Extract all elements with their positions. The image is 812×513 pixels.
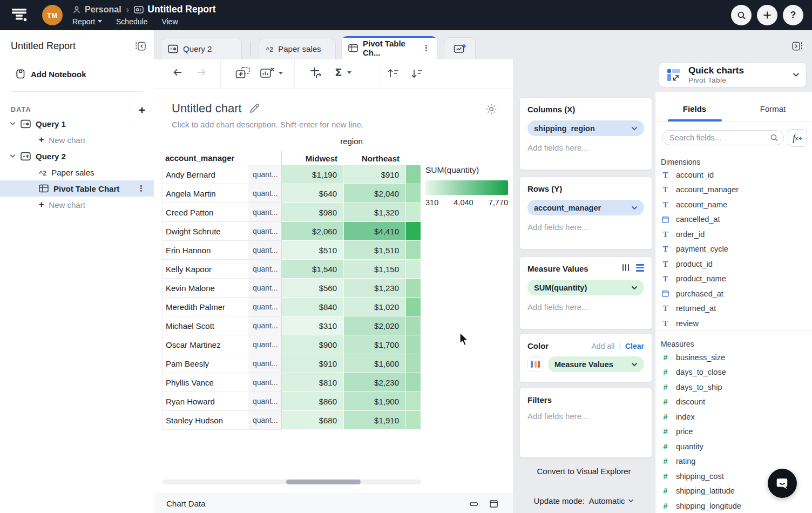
field-item-returned_at[interactable]: Treturned_at: [661, 301, 807, 316]
convert-to-visual-explorer-link[interactable]: Convert to Visual Explorer: [513, 467, 655, 476]
pivot-cell-clipped: [406, 354, 421, 373]
pivot-cell: $2,040: [344, 184, 406, 203]
help-button[interactable]: ?: [783, 5, 803, 25]
text-type-icon: T: [661, 231, 670, 239]
add-fields-placeholder[interactable]: Add fields here...: [527, 411, 644, 421]
add-notebook-button[interactable]: Add Notebook: [0, 66, 154, 82]
field-item-index[interactable]: #index: [661, 409, 807, 424]
field-item-payment_cycle[interactable]: Tpayment_cycle: [661, 242, 807, 257]
pivot-row-label: Meredith Palmer: [162, 298, 248, 316]
sort-descending-button[interactable]: [410, 67, 424, 80]
sidebar-item-label: New chart: [49, 200, 85, 210]
collapse-sidebar-right-icon[interactable]: [790, 39, 804, 53]
update-mode-dropdown[interactable]: Automatic: [589, 496, 634, 505]
tab-paper-sales[interactable]: ^2Paper sales: [259, 38, 336, 59]
tab-label: Paper sales: [278, 44, 321, 53]
search-fields-input[interactable]: [662, 130, 784, 145]
add-button[interactable]: [757, 5, 777, 25]
tab-query-2[interactable]: Query 2: [161, 38, 242, 59]
pivot-cell-clipped: [406, 298, 421, 316]
field-item-account_id[interactable]: Taccount_id: [661, 167, 807, 183]
sidebar-item-new-chart[interactable]: +New chart: [0, 197, 154, 213]
field-item-review[interactable]: Treview: [661, 316, 807, 331]
sidebar-item-query-1[interactable]: Query 1: [0, 116, 154, 132]
sidebar-item-query-2[interactable]: Query 2: [0, 148, 154, 164]
field-item-purchased_at[interactable]: purchased_at: [661, 286, 807, 301]
chevron-down-icon: [347, 71, 351, 74]
add-fields-placeholder[interactable]: Add fields here...: [527, 222, 644, 232]
collapse-sidebar-left-icon[interactable]: [133, 39, 147, 53]
edit-pencil-icon[interactable]: [249, 103, 260, 114]
columns-x-well: Columns (X) shipping_region Add fields h…: [519, 97, 652, 170]
horizontal-scrollbar-track[interactable]: [162, 480, 421, 484]
add-data-button[interactable]: +: [139, 104, 145, 116]
aggregate-button[interactable]: Σ: [335, 66, 351, 79]
menu-report[interactable]: Report: [72, 17, 102, 26]
menu-schedule[interactable]: Schedule: [116, 17, 147, 26]
chart-title[interactable]: Untitled chart: [172, 102, 242, 116]
field-item-days_to_close[interactable]: #days_to_close: [661, 365, 807, 380]
breadcrumb-report-title[interactable]: Untitled Report: [147, 4, 215, 15]
field-item-discount[interactable]: #discount: [661, 395, 807, 410]
quick-charts-selector[interactable]: Quick charts Pivot Table: [659, 62, 807, 87]
clear-link[interactable]: Clear: [625, 342, 644, 350]
pivot-measure-label: quant...: [248, 392, 282, 411]
tab-pivot-table-ch-[interactable]: Pivot Table Ch...⋮: [341, 36, 437, 59]
kebab-menu-icon[interactable]: ⋮: [137, 184, 145, 193]
chat-support-button[interactable]: [768, 469, 797, 498]
color-palette-icon[interactable]: [527, 356, 543, 372]
sidebar-item-new-chart[interactable]: +New chart: [0, 132, 154, 148]
redo-button[interactable]: [195, 66, 207, 78]
update-mode-control[interactable]: Update mode: Automatic: [513, 496, 655, 505]
color-pill-measure-values[interactable]: Measure Values: [548, 356, 644, 372]
field-item-price[interactable]: #price: [661, 424, 807, 440]
add-fields-placeholder[interactable]: Add fields here...: [527, 143, 644, 152]
field-item-product_name[interactable]: Tproduct_name: [661, 272, 807, 287]
field-item-label: days_to_close: [676, 368, 726, 376]
sidebar-item-pivot-table-chart[interactable]: Pivot Table Chart⋮: [0, 180, 154, 197]
trevor-logo-icon[interactable]: [9, 5, 30, 25]
field-item-product_id[interactable]: Tproduct_id: [661, 256, 807, 272]
horizontal-scrollbar-thumb[interactable]: [286, 480, 361, 484]
field-item-days_to_ship[interactable]: #days_to_ship: [661, 380, 807, 395]
field-item-rating[interactable]: #rating: [661, 454, 807, 469]
field-item-order_id[interactable]: Torder_id: [661, 227, 807, 242]
breadcrumb-workspace[interactable]: Personal: [85, 5, 121, 15]
undo-button[interactable]: [172, 66, 184, 78]
column-layout-icon[interactable]: [622, 264, 630, 271]
field-item-account_manager[interactable]: Taccount_manager: [661, 183, 807, 198]
sidebar-item-paper-sales[interactable]: ^2Paper sales: [0, 164, 154, 180]
tab-fields[interactable]: Fields: [655, 100, 734, 121]
field-pill-sum-quantity[interactable]: SUM(quantity): [527, 280, 644, 295]
add-formula-button[interactable]: fx+: [788, 129, 807, 147]
maximize-panel-icon[interactable]: [490, 500, 498, 508]
field-pill-account-manager[interactable]: account_manager: [527, 200, 644, 215]
transpose-button[interactable]: [309, 66, 323, 81]
remove-chart-button[interactable]: [260, 66, 283, 80]
pivot-cell: $560: [282, 279, 344, 298]
minimize-panel-icon[interactable]: [470, 500, 478, 508]
kebab-menu-icon[interactable]: ⋮: [422, 43, 430, 53]
tab-format[interactable]: Format: [734, 100, 812, 121]
field-item-account_name[interactable]: Taccount_name: [661, 197, 807, 212]
add-fields-placeholder[interactable]: Add fields here...: [527, 302, 644, 312]
sort-ascending-button[interactable]: [386, 67, 400, 80]
field-item-quantity[interactable]: #quantity: [661, 439, 807, 454]
text-type-icon: T: [661, 260, 670, 268]
chart-data-bar[interactable]: Chart Data: [154, 494, 513, 513]
pivot-cell: $1,510: [344, 241, 406, 260]
row-layout-icon[interactable]: [636, 264, 644, 272]
new-chart-tab-button[interactable]: [444, 37, 476, 59]
field-item-business_size[interactable]: #business_size: [661, 350, 807, 365]
chart-description-placeholder[interactable]: Click to add chart description. Shift-en…: [172, 120, 363, 129]
field-item-shipping_longitude[interactable]: #shipping_longitude: [661, 498, 807, 513]
field-item-cancelled_at[interactable]: cancelled_at: [661, 212, 807, 227]
add-to-dashboard-button[interactable]: [235, 66, 251, 80]
field-pill-shipping-region[interactable]: shipping_region: [527, 120, 644, 136]
add-all-link[interactable]: Add all: [592, 342, 615, 350]
avatar[interactable]: TM: [42, 5, 63, 25]
search-button[interactable]: [731, 5, 752, 25]
question-mark-icon: ?: [790, 10, 796, 21]
chart-settings-button[interactable]: [485, 103, 498, 116]
menu-view[interactable]: View: [161, 17, 178, 26]
